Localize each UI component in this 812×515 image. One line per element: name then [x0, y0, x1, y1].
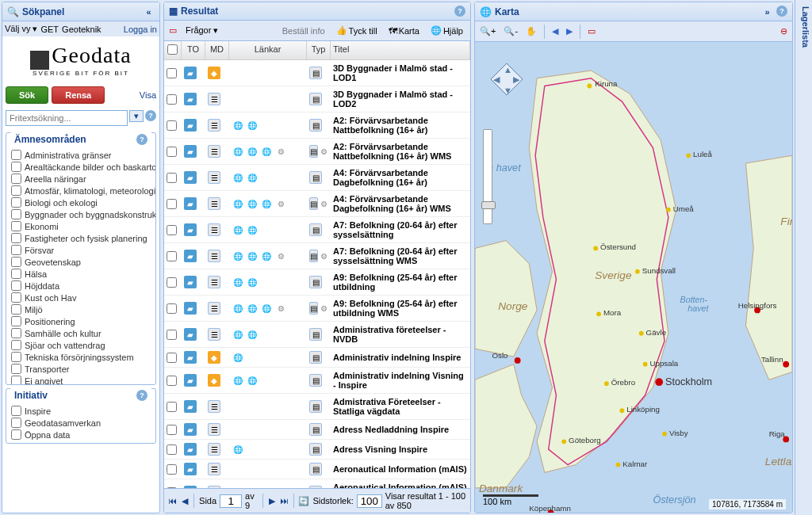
- pdf-export-icon[interactable]: ▭: [585, 24, 598, 39]
- subject-checkbox[interactable]: [11, 292, 21, 303]
- row-checkbox[interactable]: [167, 225, 177, 235]
- next-page-icon[interactable]: ▶: [267, 495, 276, 507]
- subject-checkbox[interactable]: [11, 245, 21, 255]
- refresh-icon[interactable]: 🔄: [298, 495, 309, 507]
- layer-icon[interactable]: ▰: [184, 276, 197, 288]
- row-checkbox[interactable]: [167, 330, 177, 340]
- globe-icon[interactable]: 🌐: [232, 328, 244, 341]
- subject-checkbox[interactable]: [11, 340, 21, 350]
- freetext-search-input[interactable]: [6, 110, 128, 126]
- subject-checkbox[interactable]: [11, 316, 21, 326]
- row-checkbox[interactable]: [167, 173, 177, 183]
- layer-icon[interactable]: ▰: [184, 443, 197, 456]
- globe-icon[interactable]: 🌐: [232, 374, 244, 387]
- table-row[interactable]: ▰◆▤3D Byggnader i Malmö stad - LOD1: [164, 60, 470, 86]
- next-extent-icon[interactable]: ▶: [564, 24, 575, 39]
- row-checkbox[interactable]: [167, 376, 177, 386]
- globe-icon[interactable]: 🌐: [246, 374, 259, 387]
- subject-checkbox[interactable]: [11, 221, 21, 231]
- help-icon[interactable]: ?: [776, 6, 787, 17]
- row-checkbox[interactable]: [167, 303, 177, 314]
- pagesize-input[interactable]: [357, 494, 382, 508]
- subject-checkbox[interactable]: [11, 376, 21, 384]
- globe-icon[interactable]: 🌐: [260, 145, 273, 158]
- pan-icon[interactable]: ✋: [523, 24, 539, 39]
- gear-icon[interactable]: ⚙: [274, 197, 287, 210]
- row-checkbox[interactable]: [167, 425, 177, 435]
- geoteknik-link[interactable]: Geoteknik: [62, 25, 102, 34]
- last-page-icon[interactable]: ⏭: [279, 495, 288, 507]
- doc-icon[interactable]: ☰: [208, 463, 220, 475]
- layer-list-tab[interactable]: Lagerlista: [795, 0, 812, 515]
- table-row[interactable]: ▰☰🌐▤Adress Visning Inspire: [164, 440, 470, 460]
- help-icon[interactable]: ?: [136, 390, 147, 401]
- pdf-icon[interactable]: ▭: [167, 23, 179, 38]
- globe-icon[interactable]: 🌐: [246, 250, 259, 262]
- layer-icon[interactable]: ▰: [184, 463, 197, 475]
- map-button[interactable]: 🗺Karta: [384, 24, 424, 38]
- subject-checkbox[interactable]: [11, 174, 21, 184]
- globe-icon[interactable]: 🌐: [232, 197, 244, 210]
- order-info-button[interactable]: Beställ info: [278, 24, 330, 38]
- pan-control[interactable]: ▲▶▼◀: [489, 62, 524, 98]
- table-row[interactable]: ▰☰▤Admistrativa Företeelser - Statliga v…: [164, 394, 470, 420]
- table-row[interactable]: ▰☰🌐🌐▤A2: Förvärvsarbetande Nattbefolknin…: [164, 113, 470, 139]
- gear-icon[interactable]: ⚙: [274, 145, 287, 158]
- doc-icon[interactable]: ☰: [208, 423, 220, 436]
- help-icon[interactable]: ?: [136, 134, 147, 145]
- globe-icon[interactable]: 🌐: [232, 276, 244, 288]
- globe-icon[interactable]: 🌐: [232, 145, 244, 158]
- layer-icon[interactable]: ▰: [184, 423, 197, 436]
- subject-checkbox[interactable]: [11, 150, 21, 160]
- globe-icon[interactable]: 🌐: [232, 250, 244, 262]
- gear-icon[interactable]: ⚙: [274, 250, 287, 262]
- map-canvas[interactable]: Sverige Norge Danmark Fin Lettland ka ha…: [475, 42, 792, 513]
- stop-icon[interactable]: ⊖: [778, 24, 790, 39]
- table-row[interactable]: ▰☰🌐🌐▤A9: Befolkning (25-64 år) efter utb…: [164, 269, 470, 296]
- prev-extent-icon[interactable]: ◀: [550, 24, 561, 39]
- layer-icon[interactable]: ▰: [184, 328, 197, 341]
- row-checkbox[interactable]: [167, 353, 177, 363]
- row-checkbox[interactable]: [167, 68, 177, 78]
- help-icon[interactable]: ?: [454, 6, 465, 17]
- globe-icon[interactable]: 🌐: [246, 328, 259, 341]
- doc-icon[interactable]: ☰: [208, 119, 220, 132]
- globe-icon[interactable]: 🌐: [246, 119, 259, 132]
- table-row[interactable]: ▰☰🌐🌐🌐⚙▤⚙A4: Förvärvsarbetande Dagbefolkn…: [164, 191, 470, 217]
- layer-icon[interactable]: ▰: [184, 197, 197, 210]
- globe-icon[interactable]: 🌐: [246, 302, 259, 315]
- row-checkbox[interactable]: [167, 94, 177, 105]
- layer-icon[interactable]: ▰: [184, 145, 197, 158]
- subject-checkbox[interactable]: [11, 364, 21, 374]
- gear-icon[interactable]: ⚙: [274, 302, 287, 315]
- row-checkbox[interactable]: [167, 444, 177, 455]
- row-checkbox[interactable]: [167, 402, 177, 412]
- table-row[interactable]: ▰☰🌐🌐🌐⚙▤⚙A7: Befolkning (20-64 år) efter …: [164, 243, 470, 269]
- row-checkbox[interactable]: [167, 199, 177, 209]
- globe-icon[interactable]: 🌐: [232, 119, 244, 132]
- help-button[interactable]: 🌐Hjälp: [426, 23, 468, 38]
- row-checkbox[interactable]: [167, 251, 177, 261]
- zoom-in-icon[interactable]: 🔍+: [477, 24, 498, 39]
- feedback-button[interactable]: 👍Tyck till: [331, 23, 382, 38]
- metadata-icon[interactable]: ◆: [208, 351, 220, 364]
- subject-checkbox[interactable]: [11, 328, 21, 338]
- doc-icon[interactable]: ☰: [208, 197, 220, 210]
- subject-checkbox[interactable]: [11, 233, 21, 243]
- row-checkbox[interactable]: [167, 277, 177, 288]
- doc-icon[interactable]: ☰: [208, 443, 220, 456]
- page-input[interactable]: [220, 494, 242, 508]
- doc-icon[interactable]: ☰: [208, 250, 220, 262]
- metadata-icon[interactable]: ◆: [208, 374, 220, 387]
- layer-icon[interactable]: ▰: [184, 67, 197, 79]
- globe-icon[interactable]: 🌐: [232, 302, 244, 315]
- globe-icon[interactable]: 🌐: [232, 171, 244, 184]
- globe-icon[interactable]: 🌐: [246, 276, 259, 288]
- clear-button[interactable]: Rensa: [52, 86, 105, 104]
- collapse-left-icon[interactable]: «: [143, 6, 155, 17]
- search-button[interactable]: Sök: [6, 86, 48, 104]
- globe-icon[interactable]: 🌐: [246, 223, 259, 236]
- table-row[interactable]: ▰☰🌐🌐▤A4: Förvärvsarbetande Dagbefolkning…: [164, 165, 470, 191]
- table-row[interactable]: ▰☰🌐🌐▤Administrativa företeelser - NVDB: [164, 322, 470, 348]
- row-checkbox[interactable]: [167, 120, 177, 131]
